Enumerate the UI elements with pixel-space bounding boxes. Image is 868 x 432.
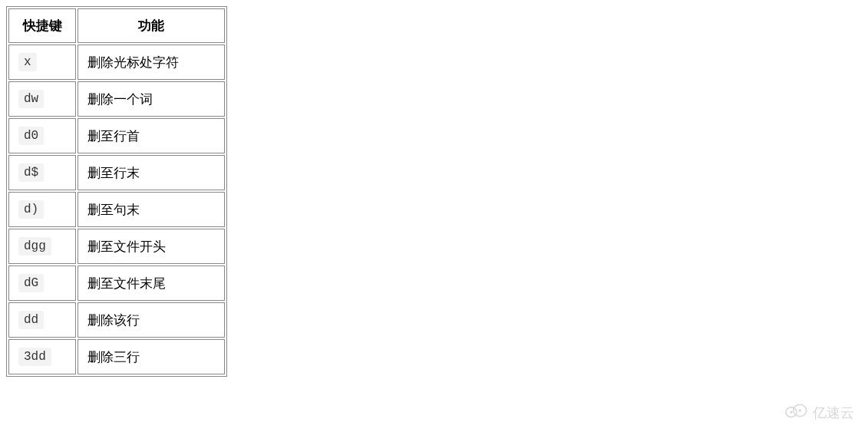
shortcuts-table: 快捷键 功能 x 删除光标处字符 dw 删除一个词 d0 删至行首 d$ 删至行… xyxy=(6,6,227,377)
kbd-key: dd xyxy=(18,311,44,329)
cell-func: 删除该行 xyxy=(78,302,225,338)
cell-func: 删至文件末尾 xyxy=(78,265,225,301)
cell-key: dgg xyxy=(8,229,76,264)
cell-key: d0 xyxy=(8,118,76,153)
table-row: 3dd 删除三行 xyxy=(8,339,225,374)
table-header-row: 快捷键 功能 xyxy=(8,8,225,43)
cell-key: dd xyxy=(8,302,76,338)
kbd-key: x xyxy=(18,53,37,71)
cell-key: 3dd xyxy=(8,339,76,374)
cell-func: 删至文件开头 xyxy=(78,229,225,264)
watermark: 亿速云 xyxy=(784,402,854,423)
cell-func: 删除一个词 xyxy=(78,81,225,117)
kbd-key: dw xyxy=(18,90,44,108)
kbd-key: d$ xyxy=(18,163,44,182)
header-function: 功能 xyxy=(78,8,225,43)
cell-key: d) xyxy=(8,192,76,227)
cell-func: 删除三行 xyxy=(78,339,225,374)
cell-func: 删至行首 xyxy=(78,118,225,153)
kbd-key: 3dd xyxy=(18,348,51,366)
cell-key: d$ xyxy=(8,155,76,190)
cell-func: 删至句末 xyxy=(78,192,225,227)
kbd-key: dG xyxy=(18,274,44,292)
cell-key: dw xyxy=(8,81,76,117)
cell-func: 删除光标处字符 xyxy=(78,45,225,80)
svg-point-3 xyxy=(798,409,801,412)
table-row: dd 删除该行 xyxy=(8,302,225,338)
table-row: d) 删至句末 xyxy=(8,192,225,227)
table-row: dw 删除一个词 xyxy=(8,81,225,117)
header-shortcut: 快捷键 xyxy=(8,8,76,43)
table-row: d$ 删至行末 xyxy=(8,155,225,190)
watermark-text: 亿速云 xyxy=(813,404,854,422)
kbd-key: d) xyxy=(18,200,44,219)
table-row: x 删除光标处字符 xyxy=(8,45,225,80)
table-row: dgg 删至文件开头 xyxy=(8,229,225,264)
table-row: d0 删至行首 xyxy=(8,118,225,153)
cell-key: x xyxy=(8,45,76,80)
kbd-key: d0 xyxy=(18,127,44,145)
cell-func: 删至行末 xyxy=(78,155,225,190)
kbd-key: dgg xyxy=(18,237,51,256)
table-row: dG 删至文件末尾 xyxy=(8,265,225,301)
svg-point-2 xyxy=(790,411,792,414)
cloud-icon xyxy=(784,402,810,423)
cell-key: dG xyxy=(8,265,76,301)
